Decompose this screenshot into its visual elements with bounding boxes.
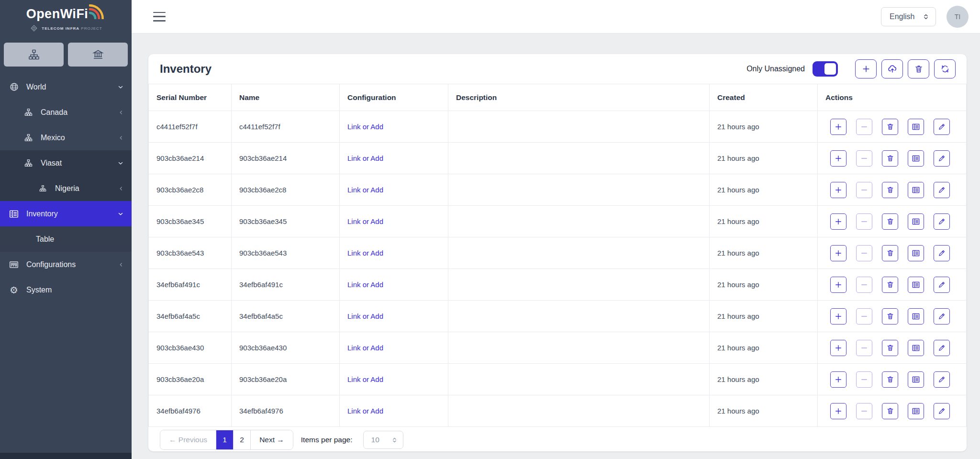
row-edit-button[interactable]: [934, 150, 950, 167]
table-details-icon: [912, 407, 920, 415]
row-assign-button[interactable]: [830, 340, 846, 356]
row-delete-button[interactable]: [882, 403, 898, 419]
link-or-add-link[interactable]: Link or Add: [347, 154, 383, 162]
row-delete-button[interactable]: [882, 245, 898, 261]
row-delete-button[interactable]: [882, 150, 898, 167]
created-cell: 21 hours ago: [710, 301, 818, 332]
row-unassign-button[interactable]: [856, 403, 872, 419]
row-details-button[interactable]: [908, 119, 924, 135]
row-details-button[interactable]: [908, 213, 924, 230]
sidebar-item-mexico[interactable]: Mexico: [0, 125, 132, 150]
link-or-add-link[interactable]: Link or Add: [347, 123, 383, 131]
row-details-button[interactable]: [908, 182, 924, 198]
row-details-button[interactable]: [908, 403, 924, 419]
sidebar-item-viasat[interactable]: Viasat: [0, 150, 132, 176]
row-details-button[interactable]: [908, 371, 924, 388]
row-unassign-button[interactable]: [856, 340, 872, 356]
table-row: 903cb36ae345 903cb36ae345 Link or Add 21…: [149, 206, 967, 237]
row-delete-button[interactable]: [882, 213, 898, 230]
link-or-add-link[interactable]: Link or Add: [347, 375, 383, 383]
row-edit-button[interactable]: [934, 213, 950, 230]
previous-page-button[interactable]: ← Previous: [160, 430, 216, 449]
sidebar-item-label: Table: [36, 235, 132, 244]
row-unassign-button[interactable]: [856, 277, 872, 293]
row-details-button[interactable]: [908, 340, 924, 356]
table-row: 903cb36ae543 903cb36ae543 Link or Add 21…: [149, 237, 967, 269]
row-assign-button[interactable]: [830, 245, 846, 261]
row-assign-button[interactable]: [830, 308, 846, 325]
page-2-button[interactable]: 2: [234, 430, 251, 449]
only-unassigned-toggle[interactable]: [813, 61, 838, 77]
pencil-icon: [938, 344, 946, 352]
row-edit-button[interactable]: [934, 403, 950, 419]
row-edit-button[interactable]: [934, 371, 950, 388]
row-assign-button[interactable]: [830, 213, 846, 230]
venue-button[interactable]: [68, 43, 128, 67]
row-details-button[interactable]: [908, 308, 924, 325]
language-select[interactable]: English: [881, 7, 936, 26]
table-details-icon: [912, 123, 920, 131]
row-assign-button[interactable]: [830, 182, 846, 198]
row-delete-button[interactable]: [882, 277, 898, 293]
link-or-add-link[interactable]: Link or Add: [347, 249, 383, 257]
row-edit-button[interactable]: [934, 119, 950, 135]
page-1-button[interactable]: 1: [216, 430, 234, 449]
link-or-add-link[interactable]: Link or Add: [347, 344, 383, 352]
row-edit-button[interactable]: [934, 277, 950, 293]
row-edit-button[interactable]: [934, 245, 950, 261]
row-details-button[interactable]: [908, 150, 924, 167]
content: Inventory Only Unassigned: [132, 34, 980, 459]
row-unassign-button[interactable]: [856, 213, 872, 230]
refresh-button[interactable]: [934, 59, 956, 78]
hamburger-menu-button[interactable]: [153, 12, 166, 22]
entity-tree-button[interactable]: [4, 43, 64, 67]
row-unassign-button[interactable]: [856, 308, 872, 325]
plus-icon: [834, 280, 843, 289]
link-or-add-link[interactable]: Link or Add: [347, 312, 383, 320]
row-delete-button[interactable]: [882, 119, 898, 135]
chevron-left-icon: [118, 135, 124, 141]
sidebar-item-system[interactable]: ⚙ System: [0, 277, 132, 302]
row-delete-button[interactable]: [882, 340, 898, 356]
sidebar-item-configurations[interactable]: Configurations: [0, 252, 132, 277]
row-delete-button[interactable]: [882, 308, 898, 325]
row-unassign-button[interactable]: [856, 150, 872, 167]
row-unassign-button[interactable]: [856, 245, 872, 261]
row-assign-button[interactable]: [830, 371, 846, 388]
trash-icon: [886, 123, 894, 131]
minus-icon: [860, 375, 869, 384]
row-assign-button[interactable]: [830, 403, 846, 419]
row-details-button[interactable]: [908, 277, 924, 293]
name-cell: 903cb36ae543: [232, 237, 340, 269]
add-inventory-button[interactable]: [855, 59, 877, 78]
row-edit-button[interactable]: [934, 308, 950, 325]
import-button[interactable]: [881, 59, 903, 78]
link-or-add-link[interactable]: Link or Add: [347, 407, 383, 415]
row-edit-button[interactable]: [934, 182, 950, 198]
row-delete-button[interactable]: [882, 182, 898, 198]
trash-icon: [886, 249, 894, 257]
row-delete-button[interactable]: [882, 371, 898, 388]
row-unassign-button[interactable]: [856, 371, 872, 388]
sidebar-item-inventory[interactable]: Inventory: [0, 201, 132, 226]
link-or-add-link[interactable]: Link or Add: [347, 280, 383, 289]
link-or-add-link[interactable]: Link or Add: [347, 186, 383, 194]
avatar[interactable]: TI: [947, 6, 969, 28]
row-unassign-button[interactable]: [856, 119, 872, 135]
row-assign-button[interactable]: [830, 150, 846, 167]
row-assign-button[interactable]: [830, 277, 846, 293]
toggle-knob: [824, 63, 836, 75]
row-assign-button[interactable]: [830, 119, 846, 135]
plus-icon: [834, 154, 843, 163]
sidebar-item-world[interactable]: World: [0, 74, 132, 100]
sidebar-item-canada[interactable]: Canada: [0, 100, 132, 125]
sidebar-item-nigeria[interactable]: Nigeria: [0, 176, 132, 201]
sidebar-item-table[interactable]: Table: [0, 226, 132, 252]
next-page-button[interactable]: Next →: [251, 430, 293, 449]
items-per-page-select[interactable]: 10: [363, 431, 403, 449]
row-unassign-button[interactable]: [856, 182, 872, 198]
link-or-add-link[interactable]: Link or Add: [347, 217, 383, 225]
row-details-button[interactable]: [908, 245, 924, 261]
row-edit-button[interactable]: [934, 340, 950, 356]
delete-button[interactable]: [908, 59, 929, 78]
